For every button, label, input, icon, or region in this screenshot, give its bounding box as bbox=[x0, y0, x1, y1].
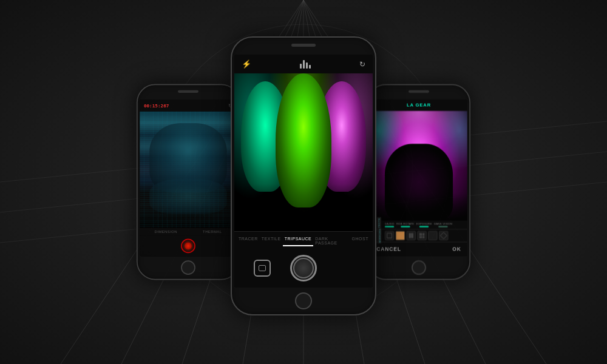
grid-q2 bbox=[422, 233, 425, 235]
phone-right-home[interactable] bbox=[412, 260, 426, 275]
record-inner bbox=[185, 242, 192, 249]
camera-roll-button[interactable] bbox=[254, 260, 271, 277]
mirror-v-lines[interactable] bbox=[407, 231, 416, 240]
cancel-button[interactable]: CANCEL bbox=[376, 246, 401, 252]
mirror-active-icon bbox=[398, 233, 403, 238]
psychedelic-display bbox=[234, 73, 373, 231]
tab-tripsauce[interactable]: TRIPSAUCE bbox=[283, 235, 314, 246]
left-header: 00:15:267 ↻ bbox=[140, 99, 237, 112]
ok-button[interactable]: OK bbox=[452, 246, 461, 252]
mirror-h-lines[interactable] bbox=[428, 231, 437, 240]
tab-ghost[interactable]: GHOST bbox=[350, 235, 370, 246]
effects-section: EFFECTS DAZED RGB ROTATE EXPOSURE bbox=[370, 221, 467, 229]
phone-center-notch bbox=[291, 44, 316, 47]
vl1 bbox=[409, 233, 410, 238]
grid-q4 bbox=[422, 236, 425, 238]
right-footer: CANCEL OK bbox=[370, 242, 467, 257]
center-header: ⚡ ↻ bbox=[234, 55, 373, 73]
center-image bbox=[234, 73, 373, 231]
effect-rgb-label: RGB ROTATE bbox=[396, 222, 415, 225]
right-image bbox=[370, 111, 467, 221]
phone-right-screen: LA GEAR EFFECTS DAZED bbox=[370, 99, 467, 256]
grid-q3 bbox=[419, 236, 422, 238]
mirror-diamond[interactable] bbox=[439, 231, 448, 240]
filter-label-2[interactable]: THERMAL bbox=[203, 230, 222, 234]
mirror-square[interactable] bbox=[385, 231, 394, 240]
effect-dank-vision[interactable]: DANK VISION bbox=[434, 222, 452, 228]
record-button[interactable] bbox=[181, 239, 195, 254]
effect-dazed-label: DAZED bbox=[385, 222, 395, 225]
spacer bbox=[336, 260, 353, 277]
tab-tracer[interactable]: TRACER bbox=[237, 235, 260, 246]
face-center bbox=[276, 73, 331, 207]
center-controls bbox=[234, 249, 373, 288]
app-logo bbox=[300, 60, 311, 69]
tab-darkpassage[interactable]: DARK PASSAGE bbox=[313, 235, 350, 246]
effect-rgb-dot bbox=[401, 226, 410, 228]
phone-center-screen: ⚡ ↻ bbox=[234, 55, 373, 288]
capture-inner bbox=[293, 258, 314, 278]
left-image-area bbox=[140, 112, 237, 228]
phone-left: 00:15:267 ↻ DIMENSION THERMAL bbox=[137, 84, 240, 280]
effect-rgb-rotate[interactable]: RGB ROTATE bbox=[396, 222, 415, 228]
tab-textile[interactable]: TEXTILE bbox=[260, 235, 283, 246]
left-bottom-labels: DIMENSION THERMAL bbox=[140, 228, 237, 236]
mirror-hlines-icon bbox=[432, 232, 433, 240]
camera-lens-icon bbox=[259, 265, 266, 271]
timer-display: 00:15:267 bbox=[144, 103, 169, 109]
mirror-active[interactable] bbox=[396, 231, 405, 240]
mirrors-section: MIRRORS bbox=[370, 229, 467, 241]
phone-left-home[interactable] bbox=[181, 260, 195, 275]
effect-exposure-dot bbox=[419, 226, 429, 228]
grid-q1 bbox=[419, 233, 422, 235]
right-header: LA GEAR bbox=[370, 99, 467, 111]
mirror-vlines-icon bbox=[409, 233, 413, 238]
phone-center-home[interactable] bbox=[295, 292, 312, 309]
mirror-diamond-icon bbox=[440, 232, 447, 239]
logo-bar-2 bbox=[303, 60, 305, 69]
mirror-grid-icon bbox=[419, 233, 425, 238]
center-refresh-icon[interactable]: ↻ bbox=[359, 60, 365, 69]
mirror-grid[interactable] bbox=[417, 231, 426, 240]
effect-exposure[interactable]: EXPOSURE bbox=[416, 222, 432, 228]
vl3 bbox=[412, 233, 413, 238]
mirrors-row bbox=[379, 231, 466, 240]
mirror-square-icon bbox=[387, 233, 392, 238]
psychedelic-right bbox=[370, 111, 467, 221]
phones-container: 00:15:267 ↻ DIMENSION THERMAL bbox=[0, 0, 607, 364]
effect-dazed-dot bbox=[385, 226, 394, 228]
logo-bar-3 bbox=[306, 62, 308, 69]
effects-row: DAZED RGB ROTATE EXPOSURE DANK VISION bbox=[379, 222, 466, 228]
effect-exposure-label: EXPOSURE bbox=[416, 222, 432, 225]
right-title: LA GEAR bbox=[375, 103, 463, 108]
glitch-display bbox=[140, 112, 237, 228]
vl2 bbox=[410, 233, 412, 238]
phone-right-notch bbox=[409, 90, 429, 93]
effect-dazed[interactable]: DAZED bbox=[385, 222, 395, 228]
right-bottom-gradient bbox=[370, 193, 467, 220]
mirror-face-display bbox=[149, 123, 227, 193]
logo-bar-4 bbox=[309, 65, 311, 69]
capture-button[interactable] bbox=[290, 255, 317, 281]
filter-label-1[interactable]: DIMENSION bbox=[155, 230, 178, 234]
phone-center: ⚡ ↻ bbox=[231, 36, 376, 315]
phone-right: LA GEAR EFFECTS DAZED bbox=[367, 84, 470, 280]
phone-left-screen: 00:15:267 ↻ DIMENSION THERMAL bbox=[140, 99, 237, 256]
logo-bar-1 bbox=[300, 64, 302, 69]
flash-icon[interactable]: ⚡ bbox=[242, 59, 251, 69]
center-tabs: TRACER TEXTILE TRIPSAUCE DARK PASSAGE GH… bbox=[234, 231, 373, 249]
phone-left-notch bbox=[178, 90, 198, 93]
left-record-area bbox=[140, 235, 237, 256]
effect-dank-dot bbox=[438, 226, 447, 228]
effect-dank-label: DANK VISION bbox=[434, 222, 452, 225]
